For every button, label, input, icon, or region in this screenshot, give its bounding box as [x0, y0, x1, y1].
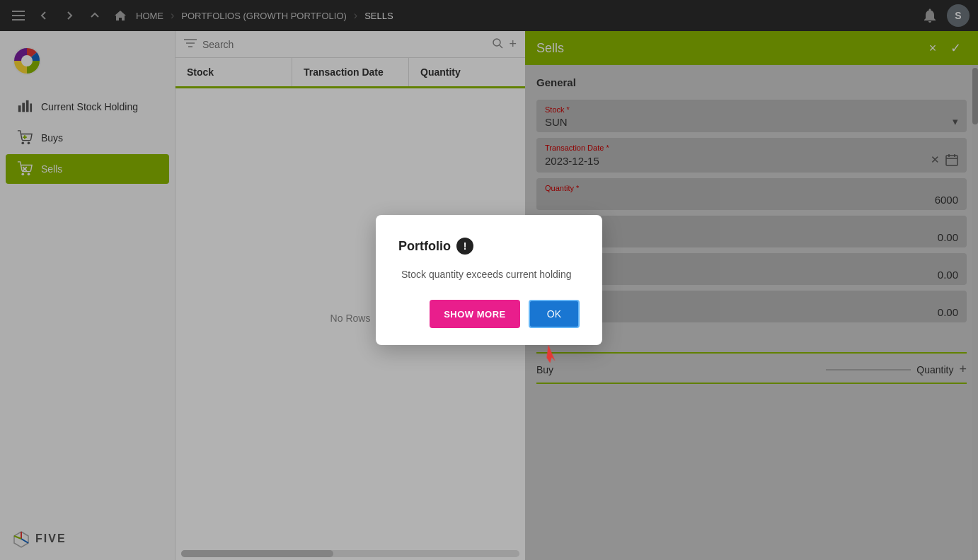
- modal-title-text: Portfolio: [398, 239, 451, 254]
- modal-buttons: SHOW MORE OK: [398, 300, 580, 328]
- modal-title: Portfolio !: [398, 238, 580, 255]
- ok-button[interactable]: OK: [529, 300, 580, 328]
- modal-message: Stock quantity exceeds current holding: [398, 269, 580, 280]
- modal-warning-icon: !: [456, 238, 473, 255]
- modal-overlay: Portfolio ! Stock quantity exceeds curre…: [0, 0, 978, 560]
- show-more-button[interactable]: SHOW MORE: [430, 300, 520, 328]
- modal-dialog: Portfolio ! Stock quantity exceeds curre…: [376, 215, 602, 345]
